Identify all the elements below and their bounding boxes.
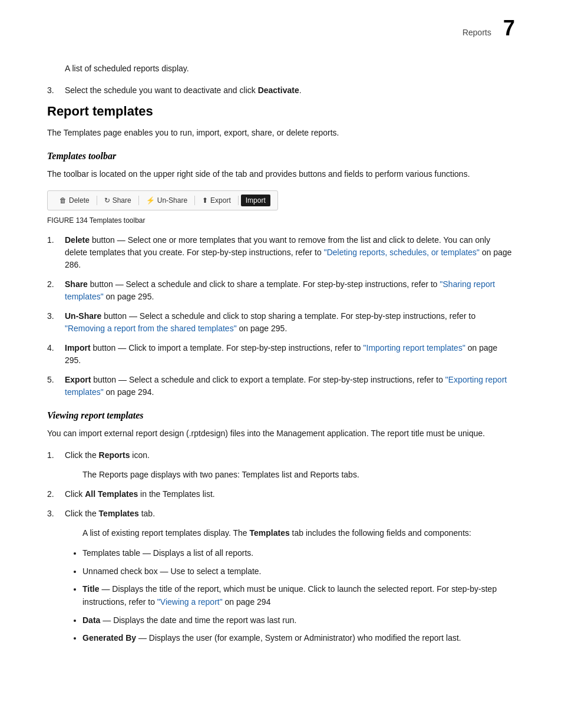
- figure-caption: FIGURE 134 Templates toolbar: [47, 216, 515, 225]
- import-toolbar-btn[interactable]: Import: [241, 195, 270, 206]
- toolbar-item-export: 5. Export button — Select a schedule and…: [47, 374, 515, 398]
- components-list: Templates table — Displays a list of all…: [82, 546, 515, 644]
- unshare-link[interactable]: "Removing a report from the shared templ…: [65, 324, 237, 333]
- separator-3: [194, 196, 195, 205]
- share-toolbar-btn[interactable]: ↻ Share: [100, 195, 136, 206]
- bullet-templates-table: Templates table — Displays a list of all…: [82, 546, 515, 559]
- viewing-step-2: 2. Click All Templates in the Templates …: [47, 488, 515, 500]
- export-icon: ⬆: [202, 196, 208, 205]
- intro-scheduled: A list of scheduled reports display.: [65, 62, 515, 75]
- toolbar-description: The toolbar is located on the upper righ…: [47, 167, 515, 180]
- share-icon: ↻: [104, 196, 110, 205]
- section-label: Reports: [462, 28, 491, 37]
- page-header: Reports 7: [47, 18, 515, 45]
- bullet-title: Title — Displays the title of the report…: [82, 582, 515, 609]
- delete-link[interactable]: "Deleting reports, schedules, or templat…: [324, 248, 480, 257]
- scheduled-text: A list of scheduled reports display.: [65, 64, 189, 73]
- section-description: The Templates page enables you to run, i…: [47, 126, 515, 139]
- unshare-toolbar-btn[interactable]: ⚡ Un-Share: [141, 195, 192, 206]
- delete-toolbar-btn[interactable]: 🗑 Delete: [55, 195, 94, 206]
- import-link[interactable]: "Importing report templates": [363, 343, 465, 353]
- figure-caption-bold: FIGURE 134: [47, 216, 88, 225]
- separator-4: [238, 196, 239, 205]
- toolbar-item-unshare: 3. Un-Share button — Select a schedule a…: [47, 310, 515, 335]
- toolbar-subtitle: Templates toolbar: [47, 151, 515, 162]
- unshare-icon: ⚡: [146, 196, 155, 205]
- bullet-data: Data — Displays the date and time the re…: [82, 614, 515, 627]
- viewing-subtitle: Viewing report templates: [47, 410, 515, 421]
- page-container: Reports 7 A list of scheduled reports di…: [0, 0, 562, 728]
- viewing-step-1-sub: The Reports page displays with two panes…: [47, 469, 515, 481]
- viewing-step-1: 1. Click the Reports icon.: [47, 449, 515, 462]
- figure-caption-text: Templates toolbar: [88, 216, 146, 225]
- step-num: 3.: [47, 84, 65, 97]
- separator-2: [138, 196, 139, 205]
- toolbar-image: 🗑 Delete ↻ Share ⚡ Un-Share ⬆ Export Imp…: [47, 190, 278, 210]
- toolbar-item-share: 2. Share button — Select a schedule and …: [47, 278, 515, 303]
- page-number: 7: [503, 18, 515, 39]
- viewing-report-link[interactable]: "Viewing a report": [157, 597, 223, 607]
- step-deactivate: 3. Select the schedule you want to deact…: [47, 84, 515, 97]
- separator-1: [97, 196, 97, 205]
- step-text: Select the schedule you want to deactiva…: [65, 84, 515, 97]
- bullet-generated-by: Generated By — Displays the user (for ex…: [82, 631, 515, 644]
- viewing-step-3: 3. Click the Templates tab.: [47, 508, 515, 520]
- section-title: Report templates: [47, 104, 515, 119]
- bullet-checkbox: Unnamed check box — Use to select a temp…: [82, 565, 515, 578]
- viewing-description: You can import external report design (.…: [47, 427, 515, 440]
- toolbar-item-delete: 1. Delete button — Select one or more te…: [47, 234, 515, 271]
- delete-icon: 🗑: [59, 196, 67, 205]
- viewing-step-3-sub: A list of existing report templates disp…: [47, 527, 515, 539]
- toolbar-item-import: 4. Import button — Click to import a tem…: [47, 342, 515, 367]
- export-toolbar-btn[interactable]: ⬆ Export: [197, 195, 236, 206]
